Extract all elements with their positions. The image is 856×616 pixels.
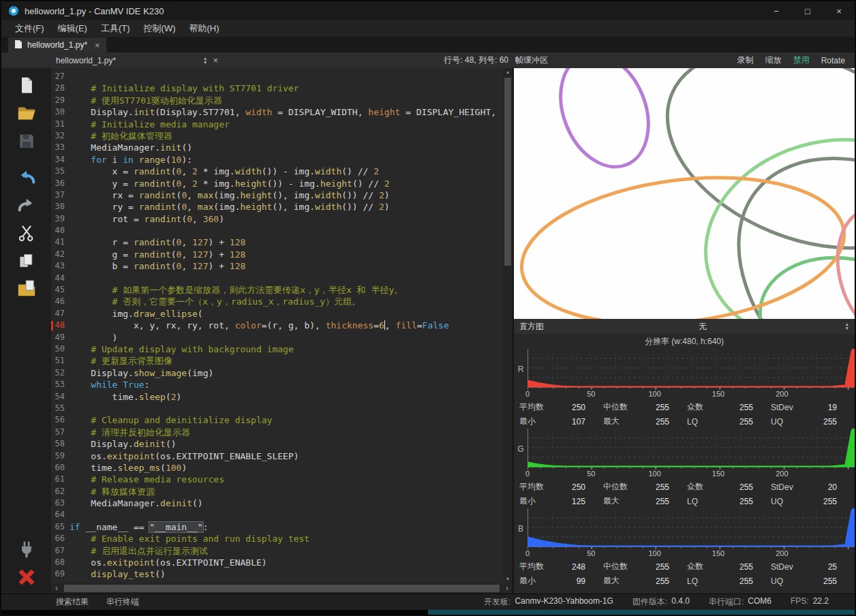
code-line-text[interactable]: if __name__ == "__main__": xyxy=(70,521,209,533)
line-number[interactable]: 37 xyxy=(51,189,66,201)
line-number[interactable]: 39 xyxy=(51,213,66,225)
code-line[interactable]: 69 display_test() xyxy=(51,568,503,580)
line-number[interactable]: 44 xyxy=(51,273,66,284)
cut-button[interactable] xyxy=(14,223,39,246)
code-line[interactable]: 67 # 启用退出点并运行显示测试 xyxy=(51,545,503,557)
code-line[interactable]: 28 # Initialize display with ST7701 driv… xyxy=(51,82,503,94)
code-line[interactable]: 43 b = randint(0, 127) + 128 xyxy=(51,260,503,272)
code-line-text[interactable]: display_test() xyxy=(70,568,166,580)
line-number[interactable]: 66 xyxy=(51,533,66,544)
line-number[interactable]: 64 xyxy=(51,509,66,521)
code-line-text[interactable]: ) xyxy=(70,332,117,343)
code-line-text[interactable]: img.draw_ellipse( xyxy=(70,308,203,320)
code-line-text[interactable]: # 初始化媒体管理器 xyxy=(70,130,172,142)
code-line[interactable]: 58 Display.deinit() xyxy=(51,438,503,450)
line-number[interactable]: 50 xyxy=(51,343,66,355)
code-line[interactable]: 65if __name__ == "__main__": xyxy=(51,521,503,533)
code-line[interactable]: 45 # 如果第一个参数是缩放器，则此方法需要传递x，y，半径x 和 半径y。 xyxy=(51,284,503,296)
code-line[interactable]: 51 # 更新显示背景图像 xyxy=(51,355,503,367)
code-line[interactable]: 53 while True: xyxy=(51,379,503,390)
code-line-text[interactable]: x, y, rx, ry, rot, color=(r, g, b), thic… xyxy=(70,320,449,331)
line-number[interactable]: 46 xyxy=(51,296,66,307)
code-line[interactable]: 64 xyxy=(51,509,503,521)
code-line-text[interactable]: # Release media resources xyxy=(70,474,224,485)
horizontal-scrollbar[interactable]: ‹ › xyxy=(51,583,513,594)
code-line[interactable]: 57 # 清理并反初始化显示器 xyxy=(51,427,503,438)
menu-item-control[interactable]: 控制(W) xyxy=(137,20,183,37)
line-number[interactable]: 31 xyxy=(51,119,66,130)
line-number[interactable]: 69 xyxy=(51,568,66,580)
line-number[interactable]: 59 xyxy=(51,450,66,462)
code-line-text[interactable]: Display.deinit() xyxy=(70,438,177,450)
line-number[interactable]: 30 xyxy=(51,106,66,118)
code-line-text[interactable]: # Enable exit points and run display tes… xyxy=(70,533,309,544)
scroll-left-icon[interactable]: ‹ xyxy=(51,583,62,594)
code-line-text[interactable]: os.exitpoint(os.EXITPOINT_ENABLE_SLEEP) xyxy=(70,450,299,462)
maximize-button[interactable]: □ xyxy=(792,1,823,20)
code-line[interactable]: 52 Display.show_image(img) xyxy=(51,367,503,379)
scroll-right-icon[interactable]: › xyxy=(502,583,513,594)
code-line-text[interactable]: # 否则，它需要一个（x，y，radius_x，radius_y）元组。 xyxy=(70,296,361,307)
line-number[interactable]: 27 xyxy=(51,71,66,82)
line-number[interactable]: 57 xyxy=(51,427,66,438)
code-line-text[interactable]: # 清理并反初始化显示器 xyxy=(70,427,190,438)
code-line-text[interactable]: # Update display with background image xyxy=(70,343,294,355)
menu-item-edit[interactable]: 编辑(E) xyxy=(51,20,94,37)
code-line-text[interactable]: # Initialize display with ST7701 driver xyxy=(70,82,299,94)
code-editor[interactable]: 2728 # Initialize display with ST7701 dr… xyxy=(51,68,513,583)
code-line[interactable]: 63 MediaManager.deinit() xyxy=(51,497,503,509)
line-number[interactable]: 28 xyxy=(51,82,66,94)
line-number[interactable]: 34 xyxy=(51,154,66,166)
minimize-button[interactable]: − xyxy=(761,1,792,20)
code-line[interactable]: 35 x = randint(0, 2 * img.width()) - img… xyxy=(51,166,503,177)
line-number[interactable]: 36 xyxy=(51,178,66,189)
code-line[interactable]: 55 xyxy=(51,403,503,414)
histogram-source-dropdown[interactable]: 无 ▲ ▼ xyxy=(551,319,855,334)
code-line[interactable]: 27 xyxy=(51,71,503,82)
code-line[interactable]: 61 # Release media resources xyxy=(51,474,503,485)
line-number[interactable]: 62 xyxy=(51,486,66,497)
line-number[interactable]: 35 xyxy=(51,166,66,177)
code-line[interactable]: 32 # 初始化媒体管理器 xyxy=(51,130,503,142)
code-line[interactable]: 60 time.sleep_ms(100) xyxy=(51,462,503,474)
code-line[interactable]: 38 ry = randint(0, max(img.height(), img… xyxy=(51,201,503,213)
code-line[interactable]: 41 r = randint(0, 127) + 128 xyxy=(51,236,503,248)
code-line-text[interactable]: # Initialize media manager xyxy=(70,119,230,130)
line-number[interactable]: 32 xyxy=(51,130,66,142)
scroll-up-icon[interactable]: ▲ xyxy=(503,68,513,76)
code-line[interactable]: 31 # Initialize media manager xyxy=(51,119,503,130)
close-button[interactable]: × xyxy=(823,1,855,20)
title-bar[interactable]: helloworld_1.py - CanMV IDE K230 − □ × xyxy=(1,1,855,20)
file-close-icon[interactable]: × xyxy=(213,55,218,65)
line-number[interactable]: 49 xyxy=(51,332,66,343)
line-number[interactable]: 43 xyxy=(51,260,66,272)
menu-item-file[interactable]: 文件(F) xyxy=(8,20,51,37)
code-line-text[interactable]: # 释放媒体资源 xyxy=(70,486,155,497)
code-line-text[interactable]: x = randint(0, 2 * img.width()) - img.wi… xyxy=(70,166,379,177)
code-line-text[interactable]: while True: xyxy=(70,379,149,390)
line-number[interactable]: 42 xyxy=(51,249,66,260)
code-line-text[interactable]: time.sleep_ms(100) xyxy=(70,462,187,474)
code-line[interactable]: 48 x, y, rx, ry, rot, color=(r, g, b), t… xyxy=(51,320,503,331)
code-line[interactable]: 39 rot = randint(0, 360) xyxy=(51,213,503,225)
line-number[interactable]: 40 xyxy=(51,225,66,236)
horizontal-scrollbar-thumb[interactable] xyxy=(64,585,500,592)
code-line-text[interactable]: MediaManager.init() xyxy=(70,142,192,153)
code-line[interactable]: 62 # 释放媒体资源 xyxy=(51,486,503,497)
code-line-text[interactable]: os.exitpoint(os.EXITPOINT_ENABLE) xyxy=(70,557,267,568)
code-line-text[interactable]: for i in range(10): xyxy=(70,154,192,166)
line-number[interactable]: 67 xyxy=(51,545,66,557)
line-number[interactable]: 47 xyxy=(51,308,66,320)
menu-item-tools[interactable]: 工具(T) xyxy=(94,20,137,37)
line-number[interactable]: 65 xyxy=(51,521,66,533)
code-line-text[interactable]: Display.show_image(img) xyxy=(70,367,213,379)
line-number[interactable]: 51 xyxy=(51,355,66,367)
code-line-text[interactable]: time.sleep(2) xyxy=(70,391,181,403)
code-line-text[interactable]: MediaManager.deinit() xyxy=(70,497,203,509)
line-number[interactable]: 41 xyxy=(51,236,66,248)
stop-button[interactable] xyxy=(14,567,39,590)
code-line[interactable]: 34 for i in range(10): xyxy=(51,154,503,166)
code-line-text[interactable]: # 如果第一个参数是缩放器，则此方法需要传递x，y，半径x 和 半径y。 xyxy=(70,284,403,296)
search-results-tab[interactable]: 搜索结果 xyxy=(56,596,89,608)
code-line-text[interactable]: b = randint(0, 127) + 128 xyxy=(70,260,245,272)
